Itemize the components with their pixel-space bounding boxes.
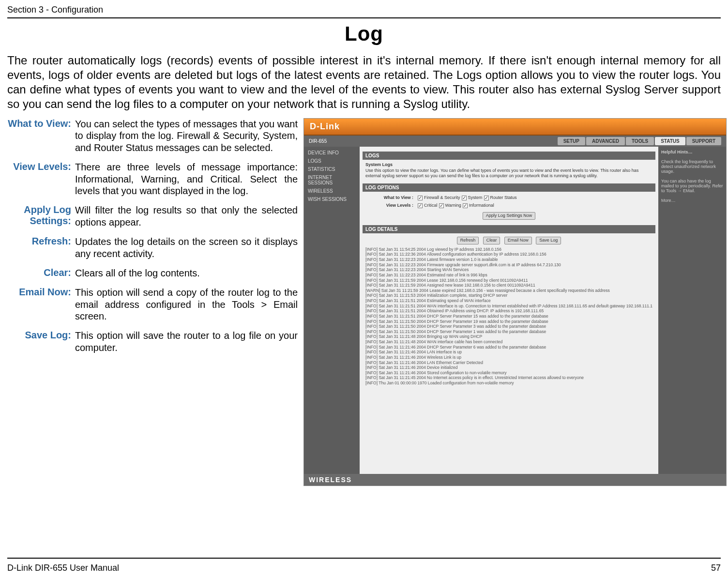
log-line: [INFO] Sat Jan 31 11:22:23 2004 Estimate… bbox=[365, 273, 652, 278]
page-footer: D-Link DIR-655 User Manual 57 bbox=[7, 563, 721, 573]
main-row: What to View: You can select the types o… bbox=[7, 118, 721, 486]
log-line: [INFO] Sat Jan 31 11:21:50 2004 DHCP Ser… bbox=[365, 329, 652, 335]
checkbox-warning[interactable] bbox=[439, 203, 444, 208]
checkbox-firewall-security[interactable] bbox=[418, 196, 423, 200]
log-line: [INFO] Sat Jan 31 11:22:36 2004 Allowed … bbox=[365, 252, 652, 257]
apply-log-settings-button[interactable]: Apply Log Settings Now bbox=[483, 212, 536, 220]
log-line: [INFO] Sat Jan 31 11:21:46 2004 Stored c… bbox=[365, 370, 652, 376]
log-line: [INFO] Sat Jan 31 11:21:46 2004 LAN inte… bbox=[365, 350, 652, 355]
sidebar-item-device-info[interactable]: DEVICE INFO bbox=[304, 149, 360, 157]
def-email-now: Email Now: This option will send a copy … bbox=[7, 287, 298, 322]
log-line: [INFO] Sat Jan 31 11:21:51 2004 WAN inte… bbox=[365, 304, 652, 309]
refresh-button[interactable]: Refresh bbox=[457, 237, 479, 244]
def-label: What to View: bbox=[7, 118, 75, 153]
def-desc: Updates the log details on the screen so… bbox=[75, 236, 298, 259]
log-line: [INFO] Sat Jan 31 11:54:25 2004 Log view… bbox=[365, 247, 652, 252]
log-line: [INFO] Sat Jan 31 11:21:46 2004 Device i… bbox=[365, 365, 652, 370]
sidebar-item-logs[interactable]: LOGS bbox=[304, 157, 360, 165]
tab-advanced[interactable]: ADVANCED bbox=[586, 137, 625, 145]
panel-logs-header: LOGS bbox=[363, 152, 655, 160]
def-desc: Will filter the log results so that only… bbox=[75, 204, 298, 228]
log-line: [INFO] Sat Jan 31 11:21:51 2004 DHCP Ser… bbox=[365, 314, 652, 319]
log-line: [INFO] Sat Jan 31 11:21:46 2004 Wireless… bbox=[365, 355, 652, 360]
def-desc: This option will send a copy of the rout… bbox=[75, 287, 298, 322]
log-line: [INFO] Sat Jan 31 11:21:53 2004 Initiali… bbox=[365, 293, 652, 298]
page-title: Log bbox=[7, 22, 721, 46]
log-line: [INFO] Sat Jan 31 11:21:59 2004 Lease 19… bbox=[365, 278, 652, 283]
log-line: [INFO] Sat Jan 31 11:21:51 2004 Obtained… bbox=[365, 308, 652, 314]
clear-button[interactable]: Clear bbox=[483, 237, 500, 244]
sidebar: DEVICE INFO LOGS STATISTICS INTERNET SES… bbox=[304, 147, 360, 474]
checkbox-informational[interactable] bbox=[463, 203, 468, 208]
main-tabs: SETUP ADVANCED TOOLS STATUS SUPPORT bbox=[558, 137, 721, 145]
bottom-rule bbox=[7, 558, 721, 559]
log-line: [INFO] Thu Jan 01 00:00:00 1970 Loaded c… bbox=[365, 380, 652, 386]
def-label: Clear: bbox=[7, 267, 75, 279]
def-label: Save Log: bbox=[7, 330, 75, 353]
def-view-levels: View Levels: There are three levels of m… bbox=[7, 161, 298, 197]
router-body: DEVICE INFO LOGS STATISTICS INTERNET SES… bbox=[304, 147, 726, 474]
log-line: [INFO] Sat Jan 31 11:21:48 2004 Bringing… bbox=[365, 334, 652, 339]
panel-log-details-body: Refresh Clear Email Now Save Log [INFO] … bbox=[363, 233, 655, 471]
tab-support[interactable]: SUPPORT bbox=[686, 137, 721, 145]
log-line: [INFO] Sat Jan 31 11:22:23 2004 Starting… bbox=[365, 267, 652, 273]
save-log-button[interactable]: Save Log bbox=[536, 237, 561, 244]
checkbox-label: Informational bbox=[469, 203, 494, 209]
hints-title: Helpful Hints… bbox=[661, 150, 693, 154]
checkbox-label: Warning bbox=[445, 203, 461, 209]
checkbox-label: Critical bbox=[424, 203, 438, 209]
def-save-log: Save Log: This option will save the rout… bbox=[7, 330, 298, 353]
def-refresh: Refresh: Updates the log details on the … bbox=[7, 236, 298, 259]
router-footer-brand: WIRELESS bbox=[304, 474, 726, 486]
system-logs-desc: Use this option to view the router logs.… bbox=[365, 168, 638, 179]
log-line: [INFO] Sat Jan 31 11:21:45 2004 No Inter… bbox=[365, 375, 652, 380]
log-line: [INFO] Sat Jan 31 11:21:59 2004 Assigned… bbox=[365, 283, 652, 288]
def-desc: There are three levels of message import… bbox=[75, 161, 298, 197]
log-line: [WARN] Sat Jan 31 11:21:59 2004 Lease ex… bbox=[365, 288, 652, 293]
definitions-column: What to View: You can select the types o… bbox=[7, 118, 298, 486]
log-line: [INFO] Sat Jan 31 11:22:23 2004 Firmware… bbox=[365, 262, 652, 268]
panel-log-details-header: LOG DETAILS bbox=[363, 225, 655, 233]
log-lines-container: [INFO] Sat Jan 31 11:54:25 2004 Log view… bbox=[365, 247, 652, 386]
checkbox-label: System bbox=[468, 195, 483, 201]
log-line: [INFO] Sat Jan 31 11:22:23 2004 Latest f… bbox=[365, 257, 652, 262]
hints-body: Check the log frequently to detect unaut… bbox=[661, 159, 723, 203]
def-desc: Clears all of the log contents. bbox=[75, 267, 298, 279]
checkbox-router-status[interactable] bbox=[484, 196, 489, 200]
log-line: [INFO] Sat Jan 31 11:21:48 2004 WAN inte… bbox=[365, 339, 652, 345]
def-what-to-view: What to View: You can select the types o… bbox=[7, 118, 298, 153]
log-line: [INFO] Sat Jan 31 11:21:46 2004 DHCP Ser… bbox=[365, 345, 652, 350]
def-apply-log-settings: Apply Log Settings: Will filter the log … bbox=[7, 204, 298, 228]
log-line: [INFO] Sat Jan 31 11:21:46 2004 LAN Ethe… bbox=[365, 360, 652, 365]
def-label: Email Now: bbox=[7, 287, 75, 322]
helpful-hints-panel: Helpful Hints… Check the log frequently … bbox=[658, 147, 726, 474]
sidebar-item-wireless[interactable]: WIRELESS bbox=[304, 187, 360, 195]
def-label: View Levels: bbox=[7, 161, 75, 197]
sidebar-item-wish-sessions[interactable]: WISH SESSIONS bbox=[304, 195, 360, 203]
section-header: Section 3 - Configuration bbox=[7, 5, 721, 17]
log-line: [INFO] Sat Jan 31 11:21:50 2004 DHCP Ser… bbox=[365, 319, 652, 324]
checkbox-label: Firewall & Security bbox=[424, 195, 460, 201]
panel-log-options-header: LOG OPTIONS bbox=[363, 183, 655, 192]
def-label: Apply Log Settings: bbox=[7, 204, 75, 228]
def-desc: You can select the types of messages tha… bbox=[75, 118, 298, 153]
def-label: Refresh: bbox=[7, 236, 75, 259]
tab-setup[interactable]: SETUP bbox=[558, 137, 585, 145]
router-model-bar: DIR-655 SETUP ADVANCED TOOLS STATUS SUPP… bbox=[304, 136, 726, 147]
panel-log-options-body: What to View : Firewall & Security Syste… bbox=[363, 192, 655, 223]
def-desc: This option will save the router to a lo… bbox=[75, 330, 298, 353]
checkbox-label: Router Status bbox=[490, 195, 517, 201]
tab-tools[interactable]: TOOLS bbox=[626, 137, 654, 145]
router-model: DIR-655 bbox=[309, 138, 327, 144]
email-now-button[interactable]: Email Now bbox=[504, 237, 532, 244]
checkbox-critical[interactable] bbox=[418, 203, 423, 208]
sidebar-item-internet-sessions[interactable]: INTERNET SESSIONS bbox=[304, 173, 360, 187]
footer-manual-title: D-Link DIR-655 User Manual bbox=[7, 563, 119, 573]
view-levels-label: View Levels : bbox=[365, 203, 416, 209]
what-to-view-label: What to View : bbox=[365, 195, 416, 201]
checkbox-system[interactable] bbox=[462, 196, 467, 200]
tab-status[interactable]: STATUS bbox=[655, 137, 685, 145]
top-rule bbox=[7, 17, 721, 18]
router-brand-logo: D-Link bbox=[304, 119, 726, 136]
sidebar-item-statistics[interactable]: STATISTICS bbox=[304, 165, 360, 173]
